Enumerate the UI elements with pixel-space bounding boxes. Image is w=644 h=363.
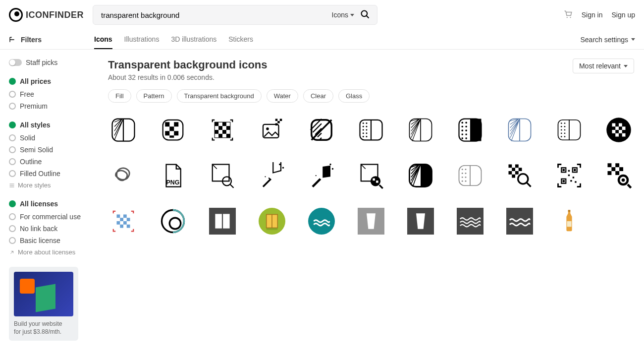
icon-result-half-dots-outline[interactable] [554, 115, 585, 145]
search-settings-button[interactable]: Search settings [581, 36, 636, 44]
icon-result-checker-zoom-solid[interactable] [603, 160, 634, 191]
icon-result-half-hatched-blue[interactable] [504, 115, 535, 145]
icon-result-half-dots-solid[interactable] [455, 115, 485, 145]
svg-rect-68 [622, 126, 626, 130]
icon-result-half-solid-bold[interactable] [405, 160, 436, 191]
svg-rect-101 [512, 168, 515, 171]
promo-card[interactable]: Build your websitefor just $3.88/mth. [9, 267, 78, 341]
icon-result-checker-select[interactable] [108, 206, 139, 237]
filter-filled-outline[interactable]: Filled Outline [9, 170, 85, 178]
chip-transparent-background[interactable]: Transparent background [177, 89, 262, 103]
tab-stickers[interactable]: Stickers [228, 30, 253, 49]
svg-rect-118 [575, 181, 576, 182]
filter-prices-head[interactable]: All prices [9, 77, 85, 85]
icon-result-checker-zoom[interactable] [504, 160, 535, 191]
svg-point-34 [366, 129, 368, 131]
icon-result-half-dots[interactable] [356, 115, 386, 145]
icon-result-beer-bottle[interactable] [554, 206, 585, 237]
search-button[interactable] [358, 7, 372, 23]
icon-result-water-teal[interactable] [306, 206, 337, 237]
icon-result-checker-rounded[interactable] [158, 115, 188, 145]
filter-solid[interactable]: Solid [9, 134, 85, 142]
cart-icon[interactable] [564, 10, 573, 20]
filter-no-link-back[interactable]: No link back [9, 225, 85, 233]
filters-toggle[interactable]: Filters [9, 36, 94, 44]
svg-point-78 [279, 164, 280, 165]
icon-result-image-checker[interactable] [257, 115, 287, 145]
icon-result-waves-dark-2[interactable] [504, 206, 535, 237]
filter-semi-solid[interactable]: Semi Solid [9, 146, 85, 154]
icon-result-half-transparent-outline[interactable] [108, 115, 139, 145]
icon-result-checker-circle[interactable] [603, 115, 634, 145]
icon-result-checker-crop[interactable] [207, 115, 238, 145]
icon-result-window-dark[interactable] [207, 206, 238, 237]
svg-point-62 [561, 136, 562, 137]
svg-rect-121 [611, 167, 615, 171]
logo[interactable]: ICONFINDER [9, 8, 84, 22]
content: Transparent background icons About 32 re… [94, 50, 644, 350]
more-licenses-link[interactable]: More about licenses [9, 248, 85, 256]
icon-result-waves-dark[interactable] [455, 206, 485, 237]
chip-pattern[interactable]: Pattern [136, 89, 172, 103]
svg-point-91 [462, 169, 463, 170]
more-styles-link[interactable]: More styles [9, 182, 85, 189]
svg-point-59 [564, 129, 566, 131]
icon-result-diagonal-fill[interactable] [306, 115, 337, 145]
chip-water[interactable]: Water [267, 89, 298, 103]
svg-rect-71 [615, 133, 619, 137]
filter-basic-license[interactable]: Basic license [9, 237, 85, 244]
svg-point-79 [282, 167, 284, 169]
icon-result-half-hatched-thin[interactable] [405, 115, 436, 145]
sort-dropdown[interactable]: Most relevant [573, 59, 634, 73]
search-type-label: Icons [332, 11, 348, 19]
icon-result-glass-gray[interactable] [356, 206, 386, 237]
filter-free[interactable]: Free [9, 90, 85, 98]
svg-rect-150 [506, 208, 533, 235]
search-type-dropdown[interactable]: Icons [328, 11, 358, 19]
icon-result-png-file[interactable]: PNG [158, 160, 188, 191]
svg-point-83 [316, 175, 317, 176]
icon-result-qr-crop[interactable] [554, 160, 585, 191]
radio-icon [9, 158, 16, 165]
icon-result-transparency-search[interactable] [207, 160, 238, 191]
search-input[interactable] [98, 8, 328, 22]
icon-result-magic-wand-solid[interactable] [306, 160, 337, 191]
svg-rect-105 [512, 175, 515, 178]
filter-premium[interactable]: Premium [9, 102, 85, 110]
chip-glass[interactable]: Glass [338, 89, 370, 103]
tab-icons[interactable]: Icons [94, 30, 112, 49]
radio-icon [9, 103, 16, 110]
svg-point-49 [465, 133, 467, 135]
icon-result-half-dots-light[interactable] [455, 160, 485, 191]
icon-result-window-green[interactable] [257, 206, 287, 237]
icon-result-glass-dark[interactable] [405, 206, 436, 237]
filter-styles-head[interactable]: All styles [9, 121, 85, 129]
svg-rect-100 [515, 165, 519, 168]
icon-result-magic-wand-outline[interactable] [257, 160, 287, 191]
icon-result-knot[interactable] [108, 160, 139, 191]
chip-fill[interactable]: Fill [108, 89, 131, 103]
tab-3d-illustrations[interactable]: 3D illustrations [171, 30, 216, 49]
icon-result-transparency-circles[interactable] [158, 206, 188, 237]
svg-rect-66 [619, 123, 622, 127]
sign-up-link[interactable]: Sign up [612, 11, 635, 19]
icon-result-transparency-search-solid[interactable] [356, 160, 386, 191]
sign-in-link[interactable]: Sign in [582, 11, 603, 19]
filter-outline[interactable]: Outline [9, 158, 85, 166]
chip-clear[interactable]: Clear [303, 89, 333, 103]
filter-commercial[interactable]: For commercial use [9, 213, 85, 221]
search-icon [360, 9, 370, 19]
svg-point-48 [461, 133, 463, 135]
sliders-icon [9, 182, 15, 188]
svg-point-93 [462, 173, 463, 174]
search-bar: Icons [93, 5, 377, 25]
svg-rect-134 [123, 221, 127, 225]
tab-illustrations[interactable]: Illustrations [124, 30, 160, 49]
radio-icon [9, 237, 16, 244]
radio-icon [9, 134, 16, 141]
filter-licenses-head[interactable]: All licenses [9, 200, 85, 208]
svg-rect-122 [619, 167, 623, 171]
svg-point-92 [465, 169, 467, 170]
svg-point-96 [465, 177, 467, 178]
staff-picks-toggle[interactable]: Staff picks [9, 59, 85, 66]
